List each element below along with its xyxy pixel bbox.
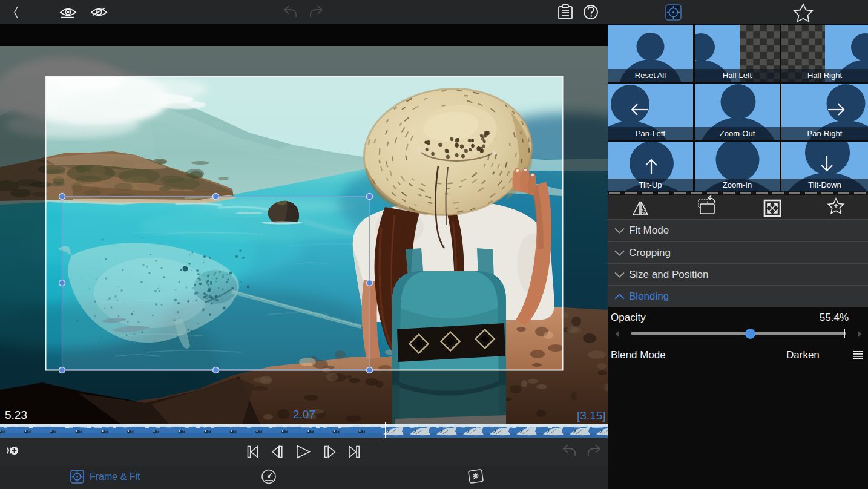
svg-text:Frame & Fit: Frame & Fit	[90, 471, 140, 482]
